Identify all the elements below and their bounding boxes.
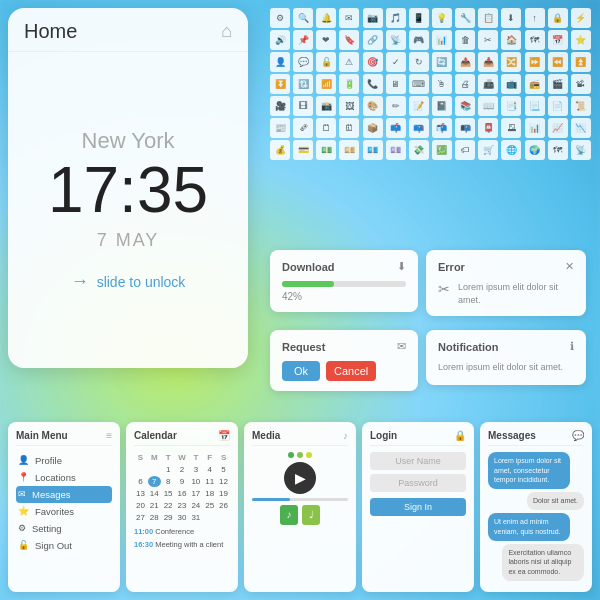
cal-day-28[interactable]: 28 [148, 512, 161, 523]
grid-icon-69: 📜 [571, 96, 591, 116]
grid-icon-13: ⚡ [571, 8, 591, 28]
cal-day-26[interactable]: 26 [217, 500, 230, 511]
menu-icon-5: 🔓 [18, 540, 29, 550]
grid-icon-79: 📮 [478, 118, 498, 138]
close-icon[interactable]: ✕ [565, 260, 574, 273]
phone-header-title: Home [24, 20, 77, 43]
grid-icon-10: ⬇ [501, 8, 521, 28]
cal-day-1[interactable]: 1 [162, 464, 175, 475]
grid-icon-42: ⏬ [270, 74, 290, 94]
menu-items: 👤Profile📍Locations✉Mesages⭐Favorites⚙Set… [16, 452, 112, 554]
grid-icon-52: 📺 [501, 74, 521, 94]
menu-item-profile[interactable]: 👤Profile [16, 452, 112, 469]
progress-bar-bg [282, 281, 406, 287]
cal-day-12[interactable]: 12 [217, 476, 230, 487]
menu-icon-2: ✉ [18, 489, 26, 499]
calendar-events: 11:00 Conference16:30 Meeting with a cli… [134, 527, 230, 549]
phone-widget: Home ⌂ New York 17:35 7 MAY → slide to u… [8, 8, 248, 368]
cal-day-7[interactable]: 7 [148, 476, 161, 487]
music-icon: ♪ [343, 430, 348, 441]
progress-bar-fill [282, 281, 334, 287]
cal-day-2[interactable]: 2 [176, 464, 189, 475]
event-label: Meeting with a client [155, 540, 223, 549]
cal-day-16[interactable]: 16 [176, 488, 189, 499]
cal-day-4[interactable]: 4 [203, 464, 216, 475]
cal-day-27[interactable]: 27 [134, 512, 147, 523]
ok-button[interactable]: Ok [282, 361, 320, 381]
menu-item-sign-out[interactable]: 🔓Sign Out [16, 537, 112, 554]
cal-day-23[interactable]: 23 [176, 500, 189, 511]
menu-item-setting[interactable]: ⚙Setting [16, 520, 112, 537]
grid-icon-71: 🗞 [293, 118, 313, 138]
menu-label-1: Locations [35, 472, 76, 483]
grid-icon-24: 🏠 [501, 30, 521, 50]
signin-button[interactable]: Sign In [370, 498, 466, 516]
cal-day-24[interactable]: 24 [189, 500, 202, 511]
grid-icon-89: 💷 [386, 140, 406, 160]
home-icon: ⌂ [221, 21, 232, 42]
username-field[interactable]: User Name [370, 452, 466, 470]
grid-icon-62: 📝 [409, 96, 429, 116]
grid-icon-18: 🔗 [363, 30, 383, 50]
cal-day-10[interactable]: 10 [189, 476, 202, 487]
grid-icon-68: 📄 [548, 96, 568, 116]
grid-icon-16: ❤ [316, 30, 336, 50]
grid-icon-15: 📌 [293, 30, 313, 50]
cal-day-29[interactable]: 29 [162, 512, 175, 523]
grid-icon-41: ⏫ [571, 52, 591, 72]
menu-item-mesages[interactable]: ✉Mesages [16, 486, 112, 503]
cal-empty [148, 464, 161, 475]
grid-icon-84: 💰 [270, 140, 290, 160]
grid-icon-9: 📋 [478, 8, 498, 28]
cal-day-19[interactable]: 19 [217, 488, 230, 499]
request-title: Request [282, 341, 325, 353]
grid-icon-92: 🏷 [455, 140, 475, 160]
cal-day-9[interactable]: 9 [176, 476, 189, 487]
grid-icon-11: ↑ [525, 8, 545, 28]
grid-icon-40: ⏪ [548, 52, 568, 72]
media-progress-bar[interactable] [252, 498, 348, 501]
grid-icon-43: 🔃 [293, 74, 313, 94]
error-widget: Error ✕ ✂ Lorem ipsum elit dolor sit ame… [426, 250, 586, 316]
play-button[interactable]: ▶ [284, 462, 316, 494]
cal-day-5[interactable]: 5 [217, 464, 230, 475]
grid-icon-73: 🗓 [339, 118, 359, 138]
cal-day-15[interactable]: 15 [162, 488, 175, 499]
grid-icon-17: 🔖 [339, 30, 359, 50]
cal-day-31[interactable]: 31 [189, 512, 202, 523]
slide-to-unlock[interactable]: → slide to unlock [71, 271, 186, 292]
cal-day-20[interactable]: 20 [134, 500, 147, 511]
cal-day-21[interactable]: 21 [148, 500, 161, 511]
arrow-icon: → [71, 271, 89, 292]
password-field[interactable]: Password [370, 474, 466, 492]
menu-label-2: Mesages [32, 489, 71, 500]
cal-day-14[interactable]: 14 [148, 488, 161, 499]
cal-day-3[interactable]: 3 [189, 464, 202, 475]
event-time: 16:30 [134, 540, 153, 549]
cal-day-30[interactable]: 30 [176, 512, 189, 523]
main-menu-widget: Main Menu ≡ 👤Profile📍Locations✉Mesages⭐F… [8, 422, 120, 592]
media-progress-fill [252, 498, 290, 501]
cal-day-25[interactable]: 25 [203, 500, 216, 511]
grid-icon-75: 📫 [386, 118, 406, 138]
cal-day-22[interactable]: 22 [162, 500, 175, 511]
cal-day-6[interactable]: 6 [134, 476, 147, 487]
login-title: Login [370, 430, 397, 441]
menu-label-3: Favorites [35, 506, 74, 517]
grid-icon-60: 🎨 [363, 96, 383, 116]
grid-icon-26: 📅 [548, 30, 568, 50]
grid-icon-64: 📚 [455, 96, 475, 116]
cal-day-17[interactable]: 17 [189, 488, 202, 499]
menu-item-favorites[interactable]: ⭐Favorites [16, 503, 112, 520]
cal-day-11[interactable]: 11 [203, 476, 216, 487]
cal-header: W [176, 452, 189, 463]
cal-day-18[interactable]: 18 [203, 488, 216, 499]
cal-day-8[interactable]: 8 [162, 476, 175, 487]
error-cross-icon: ✂ [438, 281, 450, 297]
cancel-button[interactable]: Cancel [326, 361, 376, 381]
cal-day-13[interactable]: 13 [134, 488, 147, 499]
notification-widget: Notification ℹ Lorem ipsum elit dolor si… [426, 330, 586, 385]
menu-icon: ≡ [106, 430, 112, 441]
grid-icon-4: 📷 [363, 8, 383, 28]
menu-item-locations[interactable]: 📍Locations [16, 469, 112, 486]
